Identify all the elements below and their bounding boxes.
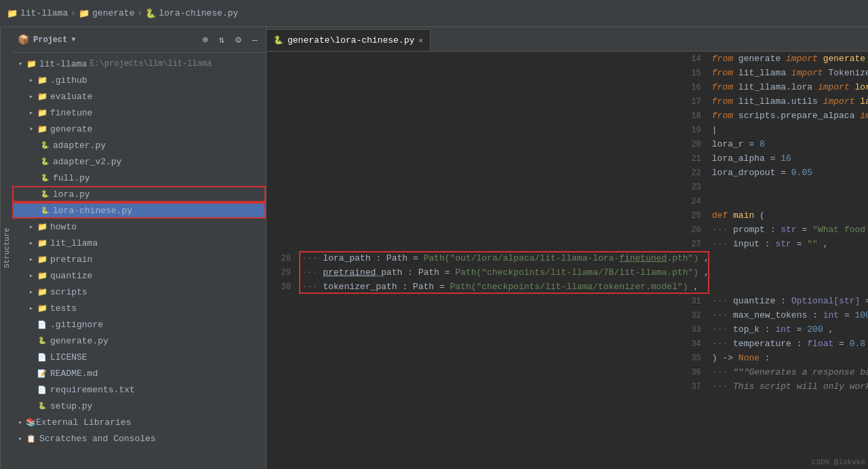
line-content-37: ··· This script will only work with chec… bbox=[709, 379, 868, 394]
kw-import: import bbox=[786, 54, 818, 64]
type-int-32: int bbox=[823, 310, 839, 320]
line-content-20: lora_r = 8 bbox=[709, 137, 868, 151]
code-line-25: 25 def main ( bbox=[267, 208, 868, 223]
tree-item-pretrain[interactable]: ▸ 📁 pretrain bbox=[12, 251, 266, 267]
line-num-18: 18 bbox=[267, 109, 709, 123]
param-lora-alpha: lora_alpha bbox=[712, 153, 765, 164]
editor-tab[interactable]: 🐍 generate\lora-chinese.py ✕ bbox=[267, 29, 431, 51]
folder-icon-scripts: 📁 bbox=[37, 286, 47, 297]
comment-36: """Generates a response based on a given… bbox=[733, 367, 868, 377]
tree-item-lora[interactable]: 🐍 lora.py bbox=[12, 186, 266, 202]
tree-item-adapter[interactable]: 🐍 adapter.py bbox=[12, 137, 266, 153]
tree-item-scratches[interactable]: ▸ 📋 Scratches and Consoles bbox=[12, 430, 266, 447]
line-num-32: 32 bbox=[267, 308, 709, 322]
colon-26: : bbox=[770, 225, 781, 235]
panel-header: 📦 Project ▼ ⊕ ⇅ ⚙ — bbox=[12, 27, 266, 53]
settings-btn[interactable]: ⚙ bbox=[233, 33, 243, 47]
type-float: float bbox=[807, 339, 833, 349]
line-content-15: from lit_llama import Tokenizer, LLaMA bbox=[709, 66, 868, 80]
label-finetune: finetune bbox=[50, 108, 92, 118]
arrow-evaluate: ▸ bbox=[26, 92, 37, 100]
breadcrumb-file[interactable]: lora-chinese.py bbox=[159, 8, 238, 18]
dots-37: ··· bbox=[712, 381, 728, 392]
tree-item-lora-chinese[interactable]: 🐍 lora-chinese.py bbox=[12, 202, 266, 219]
watermark: CSDN @lokvke bbox=[812, 458, 865, 466]
mod-lit-llama: lit_llama bbox=[738, 68, 791, 78]
param-quantize: quantize bbox=[733, 296, 775, 306]
line-content-14: from generate import generate bbox=[709, 52, 868, 66]
label-quantize: quantize bbox=[50, 271, 92, 281]
collapse-btn[interactable]: — bbox=[250, 33, 260, 47]
scroll-btn[interactable]: ⇅ bbox=[216, 33, 227, 47]
str-lora-path: Path("out/lora/alpaca/lit-llama-lora-fin… bbox=[424, 253, 699, 263]
tree-item-generate[interactable]: ▾ 📁 generate bbox=[12, 121, 266, 137]
tree-item-adapter-v2[interactable]: 🐍 adapter_v2.py bbox=[12, 153, 266, 170]
breadcrumb-sep2: › bbox=[137, 8, 142, 18]
breadcrumb-root[interactable]: lit-llama bbox=[20, 8, 68, 18]
folder-icon-evaluate: 📁 bbox=[37, 91, 47, 102]
code-editor[interactable]: 14 from generate import generate 15 from… bbox=[267, 52, 868, 469]
tree-item-gitignore[interactable]: 📄 .gitignore bbox=[12, 316, 266, 333]
label-lora-chinese: lora-chinese.py bbox=[53, 206, 132, 216]
tree-item-root[interactable]: ▾ 📁 lit-llama E:\projects\llm\lit-llama bbox=[12, 56, 266, 72]
arrow-finetune: ▸ bbox=[26, 109, 37, 117]
label-lora: lora.py bbox=[53, 189, 90, 200]
tree-item-generate-py[interactable]: 🐍 generate.py bbox=[12, 333, 266, 349]
str-pretrained-path: Path("checkpoints/lit-llama/7B/lit-llama… bbox=[455, 267, 698, 278]
breadcrumb: 📁 lit-llama › 📁 generate › 🐍 lora-chines… bbox=[7, 8, 238, 19]
tree-item-external-libs[interactable]: ▸ 📚 External Libraries bbox=[12, 414, 266, 430]
tree-item-github[interactable]: ▸ 📁 .github bbox=[12, 72, 266, 88]
tree-item-scripts[interactable]: ▸ 📁 scripts bbox=[12, 284, 266, 300]
code-lines: 14 from generate import generate 15 from… bbox=[267, 52, 868, 394]
tree-item-setup[interactable]: 🐍 setup.py bbox=[12, 398, 266, 414]
line-num-33: 33 bbox=[267, 322, 709, 337]
breadcrumb-folder-icon: 📁 bbox=[7, 8, 18, 19]
code-line-34: 34 ··· temperature : float = 0.8 , bbox=[267, 337, 868, 351]
py-icon-lora: 🐍 bbox=[39, 189, 50, 200]
tree-item-full[interactable]: 🐍 full.py bbox=[12, 170, 266, 186]
folder-icon-lit-llama: 📁 bbox=[37, 238, 47, 248]
tree-item-finetune[interactable]: ▸ 📁 finetune bbox=[12, 105, 266, 121]
folder-icon-root: 📁 bbox=[26, 58, 37, 69]
eq-30: = bbox=[439, 282, 450, 292]
code-line-30: 30 ··· tokenizer_path : Path = Path("che… bbox=[267, 280, 709, 294]
top-bar: 📁 lit-llama › 📁 generate › 🐍 lora-chines… bbox=[0, 0, 868, 27]
tree-item-tests[interactable]: ▸ 📁 tests bbox=[12, 300, 266, 316]
label-root: lit-llama bbox=[39, 59, 87, 69]
tree-item-requirements[interactable]: 📄 requirements.txt bbox=[12, 381, 266, 398]
line-num-23: 23 bbox=[267, 180, 709, 194]
line-content-35: ) -> None : bbox=[709, 351, 868, 365]
colon-29: : bbox=[408, 267, 418, 278]
tree-item-howto[interactable]: ▸ 📁 howto bbox=[12, 219, 266, 235]
tree-item-evaluate[interactable]: ▸ 📁 evaluate bbox=[12, 88, 266, 105]
folder-icon-howto: 📁 bbox=[37, 221, 47, 232]
num-100: 100 bbox=[855, 310, 869, 320]
code-line-31: 31 ··· quantize : Optional[str] = None , bbox=[267, 294, 868, 308]
tab-close-btn[interactable]: ✕ bbox=[418, 36, 423, 45]
add-btn[interactable]: ⊕ bbox=[199, 33, 210, 47]
line-num-21: 21 bbox=[267, 151, 709, 166]
line-num-28: 28 bbox=[267, 251, 299, 265]
panel-title: 📦 Project ▼ bbox=[18, 34, 75, 45]
tree-item-quantize[interactable]: ▸ 📁 quantize bbox=[12, 267, 266, 284]
tree-item-lit-llama[interactable]: ▸ 📁 lit_llama bbox=[12, 235, 266, 251]
tab-label: generate\lora-chinese.py bbox=[288, 35, 414, 45]
label-generate: generate bbox=[50, 124, 92, 134]
line-content-33: ··· top_k : int = 200 , bbox=[709, 322, 868, 337]
type-str-27: str bbox=[775, 239, 791, 249]
tree-item-readme[interactable]: 📝 README.md bbox=[12, 365, 266, 381]
line-content-36: ··· """Generates a response based on a g… bbox=[709, 365, 868, 379]
param-temperature: temperature bbox=[733, 339, 791, 349]
line-num-26: 26 bbox=[267, 223, 709, 237]
dots-33: ··· bbox=[712, 324, 728, 335]
code-line-32: 32 ··· max_new_tokens : int = 100 , bbox=[267, 308, 868, 322]
folder-icon-finetune: 📁 bbox=[37, 107, 47, 118]
dots-29: ··· bbox=[302, 267, 317, 278]
dropdown-icon[interactable]: ▼ bbox=[71, 36, 75, 43]
breadcrumb-mid[interactable]: generate bbox=[92, 8, 134, 18]
label-scripts: scripts bbox=[50, 287, 87, 297]
comment-37: This script will only work with checkpoi… bbox=[733, 381, 868, 392]
none-return: None bbox=[738, 353, 760, 363]
tree-item-license[interactable]: 📄 LICENSE bbox=[12, 349, 266, 365]
eq-27: = bbox=[797, 239, 808, 249]
